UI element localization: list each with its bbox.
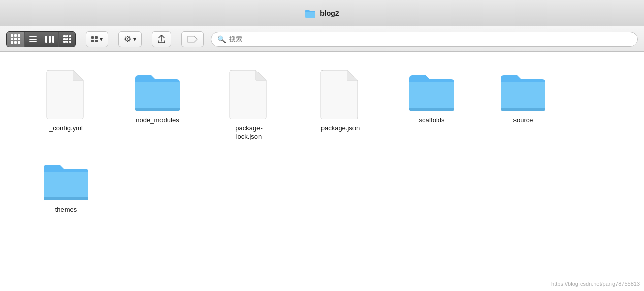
search-input[interactable] [229, 35, 631, 43]
watermark: https://blog.csdn.net/pang78755813 [551, 281, 640, 287]
folder-icon [499, 70, 548, 111]
grid-view-button[interactable] [7, 32, 25, 47]
file-name: package.json [321, 124, 360, 133]
tag-icon [187, 35, 198, 43]
file-item[interactable]: _config.yml [20, 62, 112, 147]
flow-icon [63, 35, 71, 43]
folder-icon [133, 70, 182, 111]
document-icon [320, 70, 361, 119]
list-icon [29, 36, 37, 42]
file-grid: _config.yml node_modules package- lock.j… [0, 52, 644, 235]
file-name: themes [55, 206, 77, 214]
action-button[interactable]: ⚙ ▾ [118, 31, 142, 47]
title-bar: blog2 [0, 0, 644, 26]
file-item[interactable]: node_modules [112, 62, 203, 147]
file-name: node_modules [136, 116, 179, 125]
view-mode-group[interactable] [6, 31, 76, 47]
columns-icon [45, 36, 54, 43]
window-title: blog2 [305, 9, 339, 18]
share-button[interactable] [152, 31, 171, 47]
group-icon [91, 36, 98, 42]
file-name: package- lock.json [235, 124, 262, 141]
gear-icon: ⚙ [124, 34, 131, 44]
document-icon [229, 70, 269, 119]
folder-icon [42, 160, 90, 200]
columns-view-button[interactable] [41, 32, 59, 47]
file-item[interactable]: themes [20, 152, 112, 219]
list-view-button[interactable] [25, 32, 41, 47]
grid-icon [11, 34, 20, 44]
group-button[interactable]: ▾ [86, 31, 108, 47]
file-item[interactable]: source [477, 62, 569, 147]
document-icon [46, 70, 86, 119]
search-icon: 🔍 [217, 35, 226, 43]
file-item[interactable]: package.json [295, 62, 386, 147]
file-item[interactable]: package- lock.json [203, 62, 295, 147]
search-box[interactable]: 🔍 [211, 32, 638, 47]
toolbar: ▾ ⚙ ▾ 🔍 [0, 26, 644, 52]
flow-view-button[interactable] [59, 32, 75, 47]
file-name: _config.yml [49, 124, 83, 133]
folder-icon-title [305, 9, 316, 18]
file-name: source [513, 116, 533, 125]
file-name: scaffolds [418, 116, 444, 125]
share-icon [157, 35, 166, 44]
file-item[interactable]: scaffolds [386, 62, 477, 147]
tag-button[interactable] [181, 31, 204, 47]
folder-icon [407, 70, 456, 111]
